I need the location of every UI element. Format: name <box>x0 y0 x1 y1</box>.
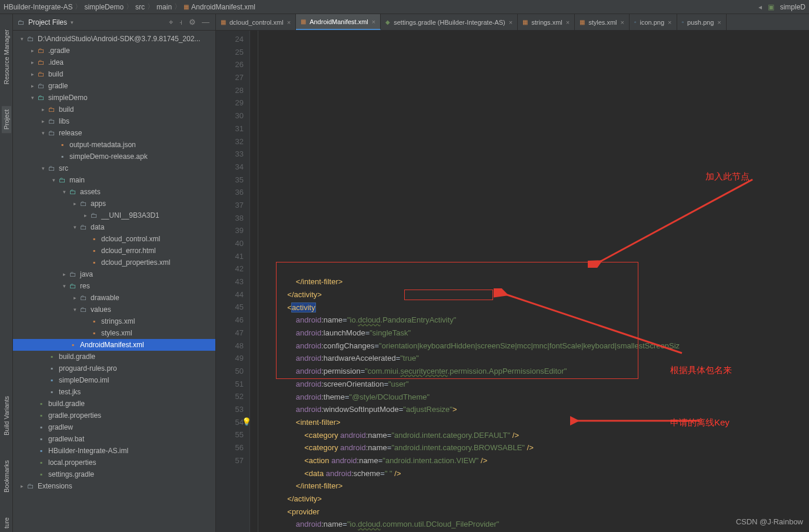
project-tree[interactable]: ▾🗀D:\AndroidStudio\Android-SDK@3.7.9.817… <box>13 31 215 532</box>
editor-tab[interactable]: ▫icon.png× <box>630 14 677 30</box>
editor-tab[interactable]: ▦styles.xml× <box>575 14 630 30</box>
project-tab[interactable]: Project <box>2 106 11 133</box>
tree-arrow-icon[interactable]: ▸ <box>81 212 89 218</box>
tree-item[interactable]: ▪simpleDemo.iml <box>13 374 215 386</box>
tree-item[interactable]: ▾🗀data <box>13 221 215 233</box>
tree-arrow-icon[interactable]: ▸ <box>39 107 47 112</box>
tree-item[interactable]: ▸🗀Extensions <box>13 480 215 492</box>
tree-arrow-icon[interactable]: ▾ <box>18 36 26 42</box>
tree-item[interactable]: ▪gradlew.bat <box>13 433 215 445</box>
close-icon[interactable]: × <box>287 19 291 26</box>
tree-item[interactable]: ▸🗀__UNI__9B3A3D1 <box>13 210 215 221</box>
tree-arrow-icon[interactable]: ▸ <box>28 59 36 65</box>
tree-arrow-icon[interactable]: ▸ <box>28 83 36 89</box>
code-line[interactable]: <category android:name="android.intent.c… <box>258 441 809 454</box>
tree-item[interactable]: ▪HBuilder-Integrate-AS.iml <box>13 445 215 457</box>
tree-arrow-icon[interactable]: ▾ <box>49 177 58 183</box>
code-line[interactable]: <data android:scheme=" " /> <box>258 467 809 480</box>
tree-arrow-icon[interactable]: ▾ <box>71 224 79 230</box>
code-line[interactable]: </activity> <box>258 493 809 506</box>
tree-item[interactable]: ▾🗀simpleDemo <box>13 92 215 104</box>
code-line[interactable]: android:launchMode="singleTask" <box>258 327 809 340</box>
editor-body[interactable]: 2425262728293031323334353637383940414243… <box>216 31 809 532</box>
tree-item[interactable]: ▸🗀java <box>13 268 215 280</box>
close-icon[interactable]: × <box>509 19 512 26</box>
breadcrumb-item[interactable]: main <box>157 3 172 11</box>
tree-item[interactable]: ▪styles.xml <box>13 327 215 339</box>
tree-item[interactable]: ▪build.gradle <box>13 351 215 363</box>
tree-arrow-icon[interactable]: ▾ <box>39 130 47 136</box>
code-canvas[interactable]: 加入此节点 根据具体包名来 申请的离线Key CSDN @J·Rainbow <… <box>258 31 809 532</box>
editor-tab[interactable]: ▦strings.xml× <box>518 14 575 30</box>
code-line[interactable]: android:configChanges="orientation|keybo… <box>258 340 809 353</box>
code-line[interactable]: </activity> <box>258 288 809 301</box>
close-icon[interactable]: × <box>372 18 375 25</box>
close-icon[interactable]: × <box>717 19 721 26</box>
bookmarks-tab[interactable]: Bookmarks <box>2 457 11 496</box>
code-line[interactable]: android:name="io.dcloud.PandoraEntryActi… <box>258 314 809 327</box>
back-icon[interactable]: ◂ <box>758 3 762 11</box>
close-icon[interactable]: × <box>668 19 671 26</box>
run-config-selector[interactable]: simpleD <box>780 3 805 11</box>
tree-item[interactable]: ▸🗀gradle <box>13 80 215 92</box>
tree-arrow-icon[interactable]: ▾ <box>28 95 36 101</box>
code-line[interactable]: <provider <box>258 506 809 518</box>
editor-tab[interactable]: ▦dcloud_control.xml× <box>216 14 296 30</box>
code-line[interactable]: <intent-filter> <box>258 416 809 429</box>
tree-item[interactable]: ▸🗀libs <box>13 115 215 127</box>
hide-icon[interactable]: — <box>201 18 211 26</box>
intention-bulb-icon[interactable]: 💡 <box>242 417 251 426</box>
tree-item[interactable]: ▸🗀build <box>13 68 215 80</box>
tree-item[interactable]: ▪test.jks <box>13 386 215 398</box>
tree-item[interactable]: ▾🗀main <box>13 174 215 186</box>
structure-tab[interactable]: ture <box>2 514 11 532</box>
code-line[interactable]: android:screenOrientation="user" <box>258 378 809 391</box>
tree-item[interactable]: ▪build.gradle <box>13 398 215 410</box>
tree-arrow-icon[interactable]: ▸ <box>71 201 79 207</box>
code-line[interactable]: android:windowSoftInputMode="adjustResiz… <box>258 403 809 416</box>
code-line[interactable]: android:permission="com.miui.securitycen… <box>258 365 809 378</box>
tree-item[interactable]: ▾🗀assets <box>13 186 215 198</box>
tree-item[interactable]: ▪strings.xml <box>13 315 215 327</box>
tree-item[interactable]: ▾🗀release <box>13 127 215 139</box>
code-line[interactable]: <activity <box>258 301 809 314</box>
tree-item[interactable]: ▪gradle.properties <box>13 410 215 421</box>
close-icon[interactable]: × <box>621 19 624 26</box>
settings-icon[interactable]: ⚙ <box>188 18 197 26</box>
editor-tab[interactable]: ▦AndroidManifest.xml× <box>296 14 381 30</box>
tree-arrow-icon[interactable]: ▾ <box>60 283 68 289</box>
fold-column[interactable] <box>250 31 258 532</box>
build-variants-tab[interactable]: Build Variants <box>2 393 11 439</box>
tree-item[interactable]: ▪local.properties <box>13 457 215 468</box>
tree-item[interactable]: ▪gradlew <box>13 421 215 433</box>
chevron-down-icon[interactable]: ▾ <box>71 19 74 25</box>
tree-arrow-icon[interactable]: ▸ <box>60 271 68 277</box>
code-line[interactable]: android:name="io.dcloud.common.util.DClo… <box>258 518 809 531</box>
breadcrumb-item[interactable]: HBuilder-Integrate-AS <box>4 3 72 11</box>
tree-item[interactable]: ▸🗀build <box>13 104 215 115</box>
select-opened-file-icon[interactable]: ⌖ <box>168 18 174 27</box>
tree-arrow-icon[interactable]: ▾ <box>39 165 47 171</box>
code-line[interactable]: </intent-filter> <box>258 275 809 288</box>
tree-item[interactable]: ▪simpleDemo-release.apk <box>13 151 215 162</box>
tree-item[interactable]: ▪settings.gradle <box>13 468 215 480</box>
tree-arrow-icon[interactable]: ▸ <box>39 118 47 124</box>
expand-all-icon[interactable]: ⫞ <box>178 18 184 26</box>
tree-item[interactable]: ▾🗀D:\AndroidStudio\Android-SDK@3.7.9.817… <box>13 33 215 45</box>
editor-tab[interactable]: ▫push.png× <box>677 14 727 30</box>
tree-item[interactable]: ▸🗀.gradle <box>13 45 215 56</box>
code-line[interactable]: android:hardwareAccelerated="true" <box>258 352 809 365</box>
tree-item[interactable]: ▪AndroidManifest.xml <box>13 339 215 351</box>
tree-arrow-icon[interactable]: ▸ <box>71 295 79 301</box>
code-line[interactable]: <category android:name="android.intent.c… <box>258 429 809 442</box>
editor-tab[interactable]: ◆settings.gradle (HBuilder-Integrate-AS)… <box>381 14 518 30</box>
close-icon[interactable]: × <box>566 19 570 26</box>
tree-item[interactable]: ▪dcloud_error.html <box>13 245 215 257</box>
tree-arrow-icon[interactable]: ▾ <box>71 307 79 312</box>
tree-item[interactable]: ▪output-metadata.json <box>13 139 215 151</box>
resource-manager-tab[interactable]: Resource Manager <box>2 26 11 88</box>
tree-arrow-icon[interactable]: ▸ <box>28 71 36 77</box>
tree-item[interactable]: ▸🗀drawable <box>13 292 215 304</box>
project-panel-title[interactable]: Project Files <box>28 18 67 26</box>
tree-item[interactable]: ▾🗀res <box>13 280 215 292</box>
